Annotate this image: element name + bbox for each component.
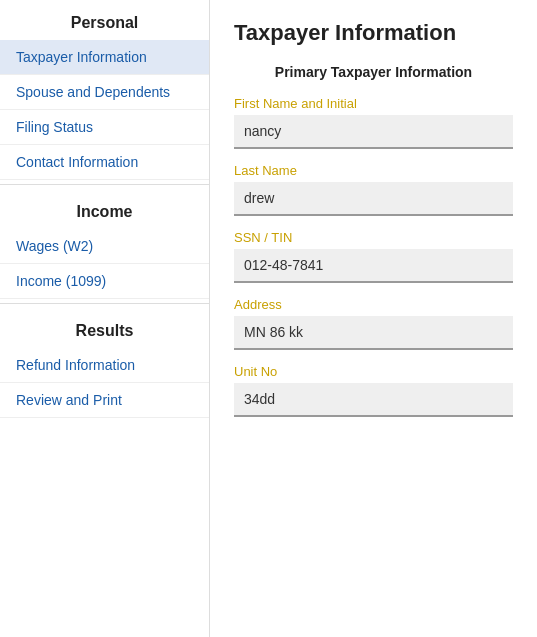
ssn-input[interactable] [234, 249, 513, 283]
page-title: Taxpayer Information [234, 20, 513, 46]
ssn-label: SSN / TIN [234, 230, 513, 245]
sidebar-divider-1 [0, 184, 209, 185]
last-name-input[interactable] [234, 182, 513, 216]
sidebar-item-taxpayer-information[interactable]: Taxpayer Information [0, 40, 209, 75]
sidebar-personal-header: Personal [0, 0, 209, 40]
first-name-label: First Name and Initial [234, 96, 513, 111]
sidebar-results-header: Results [0, 308, 209, 348]
section-subtitle: Primary Taxpayer Information [234, 64, 513, 80]
sidebar-item-income-1099[interactable]: Income (1099) [0, 264, 209, 299]
unit-no-group: Unit No [234, 364, 513, 417]
unit-no-label: Unit No [234, 364, 513, 379]
sidebar-divider-2 [0, 303, 209, 304]
address-label: Address [234, 297, 513, 312]
last-name-label: Last Name [234, 163, 513, 178]
sidebar-item-wages-w2[interactable]: Wages (W2) [0, 229, 209, 264]
sidebar-item-refund-information[interactable]: Refund Information [0, 348, 209, 383]
sidebar-item-review-and-print[interactable]: Review and Print [0, 383, 209, 418]
sidebar-item-contact-information[interactable]: Contact Information [0, 145, 209, 180]
main-content: Taxpayer Information Primary Taxpayer In… [210, 0, 537, 637]
sidebar-item-spouse-and-dependents[interactable]: Spouse and Dependents [0, 75, 209, 110]
first-name-input[interactable] [234, 115, 513, 149]
sidebar-item-filing-status[interactable]: Filing Status [0, 110, 209, 145]
last-name-group: Last Name [234, 163, 513, 216]
first-name-group: First Name and Initial [234, 96, 513, 149]
unit-no-input[interactable] [234, 383, 513, 417]
sidebar: Personal Taxpayer Information Spouse and… [0, 0, 210, 637]
ssn-group: SSN / TIN [234, 230, 513, 283]
sidebar-income-header: Income [0, 189, 209, 229]
address-group: Address [234, 297, 513, 350]
address-input[interactable] [234, 316, 513, 350]
